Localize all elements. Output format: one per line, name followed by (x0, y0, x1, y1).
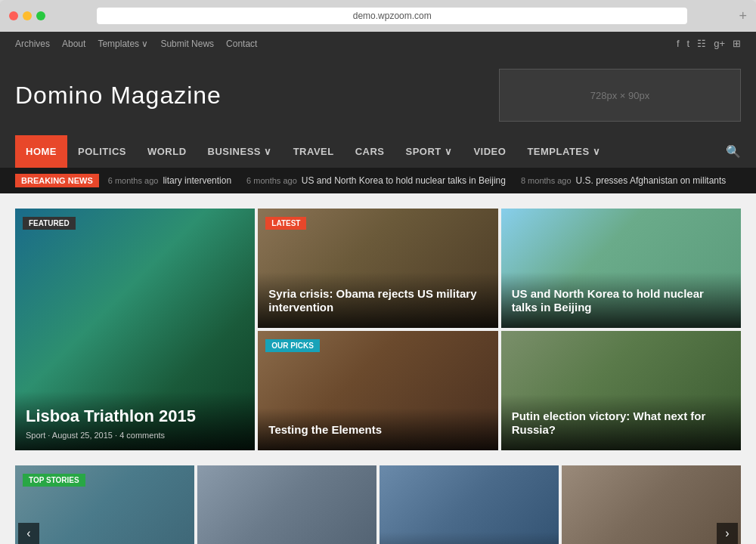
nav-cars[interactable]: CARS (345, 135, 395, 168)
breaking-news-bar: BREAKING NEWS 6 months ago litary interv… (0, 168, 756, 193)
top-story-image-4 (562, 465, 741, 544)
breaking-headline-1[interactable]: litary intervention (163, 175, 231, 186)
breaking-item-3: 8 months ago U.S. presses Afghanistan on… (521, 175, 726, 186)
breaking-item-2: 6 months ago US and North Korea to hold … (246, 175, 506, 186)
featured-badge: FEATURED (23, 216, 76, 233)
nav-sport[interactable]: SPORT ∨ (395, 135, 463, 168)
search-icon[interactable]: 🔍 (726, 144, 741, 159)
featured-grid: FEATURED Lisboa Triathlon 2015 Sport · A… (15, 209, 741, 450)
maximize-button[interactable] (36, 11, 45, 20)
nav-templates[interactable]: TEMPLATES ∨ (516, 135, 611, 168)
breaking-news-items: 6 months ago litary intervention 6 month… (108, 175, 741, 186)
latest-badge-label: LATEST (265, 217, 306, 230)
picks-overlay-1: Testing the Elements (258, 408, 497, 450)
picks-overlay-2: Putin election victory: What next for Ru… (501, 394, 741, 450)
breaking-time-3: 8 months ago (521, 176, 572, 185)
picks-badge-label: OUR PICKS (265, 339, 320, 352)
submit-news-link[interactable]: Submit News (160, 39, 214, 49)
archives-link[interactable]: Archives (15, 39, 50, 49)
nav-business[interactable]: BUSINESS ∨ (197, 135, 283, 168)
window-controls (9, 11, 45, 20)
site-title[interactable]: Domino Magazine (15, 82, 222, 110)
browser-window: demo.wpzoom.com + Archives About Templat… (0, 0, 756, 544)
top-stories-grid: Putin election victory: What next for Ru… (15, 465, 741, 544)
close-button[interactable] (9, 11, 18, 20)
top-story-overlay-3: Take a sneak peak inside Apple's gorgeou… (380, 532, 559, 544)
picks-title-2: Putin election victory: What next for Ru… (512, 410, 730, 437)
nav-links-group: HOME POLITICS WORLD BUSINESS ∨ TRAVEL CA… (15, 135, 611, 168)
top-stories-badge: TOP STORIES (23, 473, 85, 490)
main-navigation: HOME POLITICS WORLD BUSINESS ∨ TRAVEL CA… (0, 135, 756, 168)
rss-icon[interactable]: ⊞ (733, 38, 741, 49)
breaking-time-1: 6 months ago (108, 176, 159, 185)
featured-meta: Sport · August 25, 2015 · 4 comments (26, 431, 244, 440)
breaking-headline-3[interactable]: U.S. presses Afghanistan on militants (576, 175, 727, 186)
prev-arrow[interactable]: ‹ (18, 523, 39, 544)
breaking-time-2: 6 months ago (246, 176, 297, 185)
contact-link[interactable]: Contact (226, 39, 257, 49)
twitter-icon[interactable]: t (687, 38, 690, 49)
browser-toolbar: demo.wpzoom.com + (0, 0, 756, 32)
nav-video[interactable]: VIDEO (463, 135, 516, 168)
top-stories-section: TOP STORIES ‹ Putin election victory: Wh… (15, 465, 741, 544)
latest-card-2[interactable]: US and North Korea to hold nuclear talks… (501, 209, 741, 328)
minimize-button[interactable] (23, 11, 32, 20)
about-link[interactable]: About (62, 39, 85, 49)
latest-title-1: Syria crisis: Obama rejects US military … (268, 287, 487, 314)
top-story-image-2 (197, 465, 376, 544)
latest-badge: LATEST (265, 216, 306, 233)
latest-overlay-1: Syria crisis: Obama rejects US military … (258, 272, 497, 328)
top-navigation: Archives About Templates ∨ Submit News C… (0, 32, 756, 55)
picks-card-1[interactable]: OUR PICKS Testing the Elements (258, 331, 497, 450)
latest-title-2: US and North Korea to hold nuclear talks… (512, 287, 730, 314)
content-area: FEATURED Lisboa Triathlon 2015 Sport · A… (0, 193, 756, 544)
nav-home[interactable]: HOME (15, 135, 67, 168)
latest-overlay-2: US and North Korea to hold nuclear talks… (501, 272, 741, 328)
featured-overlay: Lisboa Triathlon 2015 Sport · August 25,… (15, 391, 255, 450)
facebook-icon[interactable]: f (677, 38, 680, 49)
picks-badge: OUR PICKS (265, 338, 320, 355)
site-header: Domino Magazine 728px × 90px (0, 55, 756, 135)
top-story-2[interactable]: A post showing how headings looks like (197, 465, 376, 544)
googleplus-icon[interactable]: g+ (714, 38, 725, 49)
new-tab-button[interactable]: + (739, 8, 747, 24)
nav-politics[interactable]: POLITICS (67, 135, 137, 168)
picks-title-1: Testing the Elements (268, 423, 487, 437)
top-story-3[interactable]: Take a sneak peak inside Apple's gorgeou… (380, 465, 559, 544)
top-stories-badge-label: TOP STORIES (23, 474, 85, 487)
header-advertisement: 728px × 90px (499, 69, 741, 122)
featured-card[interactable]: FEATURED Lisboa Triathlon 2015 Sport · A… (15, 209, 255, 450)
top-story-4[interactable]: Apple Reports Record Earnings and iPad S… (562, 465, 741, 544)
picks-card-2[interactable]: Putin election victory: What next for Ru… (501, 331, 741, 450)
featured-title: Lisboa Triathlon 2015 (26, 406, 244, 426)
breaking-news-label: BREAKING NEWS (15, 174, 99, 187)
top-nav-links: Archives About Templates ∨ Submit News C… (15, 39, 257, 49)
nav-world[interactable]: WORLD (137, 135, 197, 168)
templates-link[interactable]: Templates ∨ (98, 39, 148, 49)
nav-travel[interactable]: TRAVEL (283, 135, 345, 168)
instagram-icon[interactable]: ☷ (697, 38, 706, 49)
website-content: Archives About Templates ∨ Submit News C… (0, 32, 756, 544)
next-arrow[interactable]: › (717, 523, 738, 544)
social-icons-group: f t ☷ g+ ⊞ (677, 38, 741, 49)
breaking-headline-2[interactable]: US and North Korea to hold nuclear talks… (302, 175, 506, 186)
breaking-item-1: 6 months ago litary intervention (108, 175, 231, 186)
latest-card-1[interactable]: LATEST Syria crisis: Obama rejects US mi… (258, 209, 497, 328)
address-bar[interactable]: demo.wpzoom.com (97, 8, 687, 24)
featured-badge-label: FEATURED (23, 217, 76, 230)
